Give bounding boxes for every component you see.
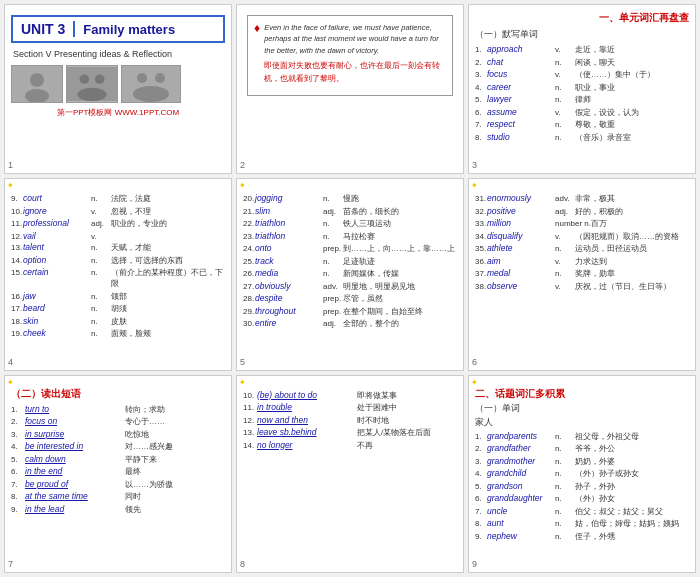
word-row: 17.beardn.胡须 [11,303,225,314]
section-header-3: 一、单元词汇再盘查 [475,11,689,25]
word-meaning: 忽视，不理 [111,206,151,217]
card-words-4: ✦ 9.courtn.法院，法庭10.ignorev.忽视，不理11.profe… [4,178,232,371]
word-text: grandmother [487,456,555,466]
word-pos: adj. [91,219,111,228]
word-meaning: 假定，设设，认为 [575,107,639,118]
word-pos: n. [323,219,343,228]
star-tl-7: ✦ [7,378,14,387]
word-num: 3. [475,457,487,466]
word-row: 19.cheekn.面颊，脸颊 [11,328,225,339]
word-num: 24. [243,244,255,253]
phrase-num: 13. [243,428,257,437]
vocab-section-title-9: 二、话题词汇多积累 [475,388,689,401]
word-num: 3. [475,70,487,79]
word-row: 31.enormouslyadv.非常，极其 [475,193,689,204]
phrase-meaning: 以……为骄傲 [125,479,173,490]
word-pos: v. [555,108,575,117]
svg-point-4 [80,74,90,84]
word-num: 38. [475,282,487,291]
word-row: 1.grandparentsn.祖父母，外祖父母 [475,431,689,442]
word-meaning: 法院，法庭 [111,193,151,204]
phrase-text: focus on [25,416,125,426]
word-text: granddaughter [487,493,555,503]
phrase-row: 4.be interested in对……感兴趣 [11,441,225,452]
card-phrases-7: ✦ （二）读出短语 1.turn to转向；求助2.focus on专心于……3… [4,375,232,574]
word-pos: n. [91,317,111,326]
word-meaning: 面颊，脸颊 [111,328,151,339]
word-meaning: 闲谈，聊天 [575,57,615,68]
phrase-row: 8.at the same time同时 [11,491,225,502]
phrase-meaning: 吃惊地 [125,429,149,440]
word-row: 22.triathlonn.铁人三项运动 [243,218,457,229]
phrase-meaning: 即将做某事 [357,390,397,401]
phrase-row: 3.in surprise吃惊地 [11,429,225,440]
phrase-meaning: 最终 [125,466,141,477]
word-meaning: 好的，积极的 [575,206,623,217]
word-row: 2.grandfathern.爷爷，外公 [475,443,689,454]
word-row: 12.vailv. [11,231,225,241]
quote-english: Even in the face of failure, we must hav… [264,22,446,56]
word-meaning: 走近，靠近 [575,44,615,55]
word-num: 7. [475,120,487,129]
word-pos: v. [91,207,111,216]
word-text: athlete [487,243,555,253]
word-meaning: （外）孙子或孙女 [575,468,639,479]
word-meaning: 马拉松赛 [343,231,375,242]
phrase-text: in surprise [25,429,125,439]
word-text: positive [487,206,555,216]
card-topic-vocab-9: ✦ 二、话题词汇多积累 （一）单词 家人 1.grandparentsn.祖父母… [468,375,696,574]
word-num: 28. [243,294,255,303]
svg-point-10 [133,86,169,102]
word-num: 5. [475,482,487,491]
word-num: 2. [475,58,487,67]
card4-word-list: 9.courtn.法院，法庭10.ignorev.忽视，不理11.profess… [11,193,225,339]
phrase-text: no longer [257,440,357,450]
phrase-num: 9. [11,505,25,514]
phrase-row: 9.in the lead领先 [11,504,225,515]
svg-point-5 [95,74,105,84]
word-meaning: 苗条的，细长的 [343,206,399,217]
word-pos: adj. [323,319,343,328]
word-row: 3.focusv.（使……）集中（于） [475,69,689,80]
word-row: 10.ignorev.忽视，不理 [11,206,225,217]
word-num: 4. [475,83,487,92]
vocab-sub-9: （一）单词 [475,403,689,415]
word-meaning: 力求达到 [575,256,607,267]
word-meaning: 奶奶，外婆 [575,456,615,467]
card-quote: ♦ Even in the face of failure, we must h… [236,4,464,174]
word-meaning: 在整个期间，自始至终 [343,306,423,317]
word-text: approach [487,44,555,54]
phrase-num: 3. [11,430,25,439]
word-text: respect [487,119,555,129]
svg-point-8 [137,73,147,83]
word-text: grandchild [487,468,555,478]
word-text: ignore [23,206,91,216]
word-row: 36.aimv.力求达到 [475,256,689,267]
word-pos: n. [91,256,111,265]
word-text: jaw [23,291,91,301]
star-tl-6: ✦ [471,181,478,190]
phrase-num: 2. [11,417,25,426]
word-meaning: 职业的，专业的 [111,218,167,229]
phrase-row: 13.leave sb.behind把某人/某物落在后面 [243,427,457,438]
word-pos: n. [555,432,575,441]
word-pos: n. [555,469,575,478]
word-pos: n. [91,304,111,313]
word-row: 38.observev.庆祝，过（节日、生日等） [475,281,689,292]
word-pos: v. [555,232,575,241]
word-row: 4.careern.职业，事业 [475,82,689,93]
word-meaning: 律师 [575,94,591,105]
image-3 [121,65,181,103]
word-text: despite [255,293,323,303]
word-row: 21.slimadj.苗条的，细长的 [243,206,457,217]
word-meaning: 庆祝，过（节日、生日等） [575,281,671,292]
phrase-row: 2.focus on专心于…… [11,416,225,427]
phrase-num: 1. [11,405,25,414]
website-label: 第一PPT模板网 WWW.1PPT.COM [11,107,225,118]
images-row [11,65,225,103]
star-tl-8: ✦ [239,378,246,387]
word-num: 9. [11,194,23,203]
word-text: career [487,82,555,92]
word-row: 24.ontoprep.到……上，向……上，靠……上 [243,243,457,254]
word-row: 1.approachv.走近，靠近 [475,44,689,55]
